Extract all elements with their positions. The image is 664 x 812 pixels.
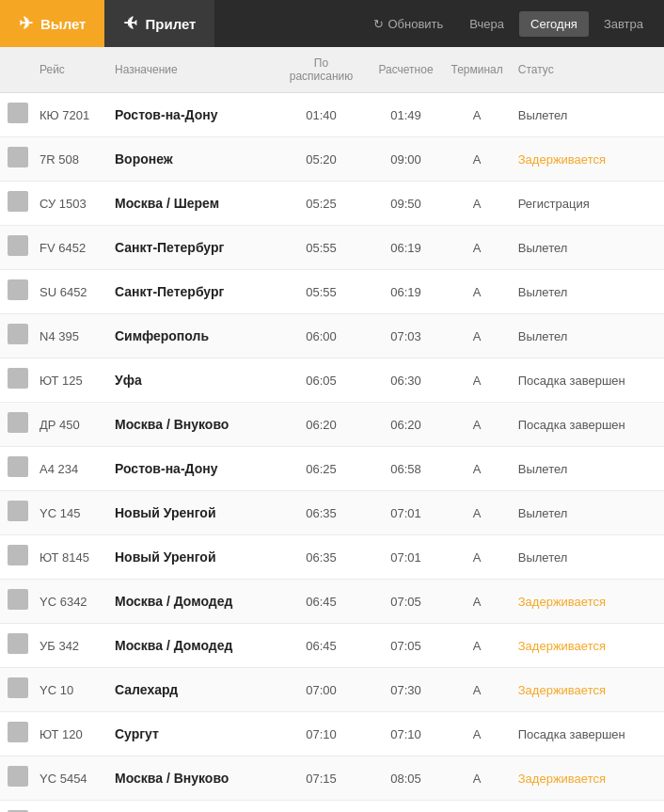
flight-scheduled: 07:10: [275, 712, 369, 756]
tab-departure-label: Вылет: [40, 16, 86, 32]
flight-terminal: A: [444, 182, 511, 226]
table-row[interactable]: КЮ 7201Ростов-на-Дону01:4001:49AВылетел: [0, 93, 664, 137]
flight-terminal: A: [444, 801, 511, 813]
flight-logo-cell: [0, 712, 32, 756]
flight-logo-cell: [0, 447, 32, 491]
flight-status: Вылетел: [511, 226, 664, 270]
flight-estimated: 06:58: [369, 447, 444, 491]
col-dest-header: Назначение: [107, 47, 275, 93]
flight-estimated: 07:05: [369, 624, 444, 668]
table-row[interactable]: YC 10Салехард07:0007:30AЗадерживается: [0, 668, 664, 712]
flight-terminal: A: [444, 624, 511, 668]
flight-scheduled: 06:25: [275, 447, 369, 491]
flight-terminal: A: [444, 137, 511, 182]
flight-number: ЮТ 120: [32, 712, 107, 756]
table-row[interactable]: СУ 1503Москва / Шерем05:2509:50AРегистра…: [0, 182, 664, 226]
flight-number: 7R 508: [32, 137, 107, 182]
flight-status: Задерживается: [511, 756, 664, 801]
flight-destination: Новый Уренгой: [107, 491, 275, 535]
flight-status: Задерживается: [511, 624, 664, 668]
table-row[interactable]: FV 6452Санкт-Петербург05:5506:19AВылетел: [0, 226, 664, 270]
flight-scheduled: 07:15: [275, 801, 369, 813]
airline-logo: [8, 766, 28, 787]
flight-destination: Воронеж: [107, 137, 275, 182]
flight-terminal: A: [444, 535, 511, 580]
flight-terminal: A: [444, 314, 511, 358]
flight-destination: Ростов-на-Дону: [107, 93, 275, 137]
table-header: Рейс Назначение По расписанию Расчетное …: [0, 47, 664, 93]
flight-logo-cell: [0, 226, 32, 270]
table-row[interactable]: SU 6452Санкт-Петербург05:5506:19AВылетел: [0, 270, 664, 314]
flight-number: YC 5454: [32, 756, 107, 801]
flights-tbody: КЮ 7201Ростов-на-Дону01:4001:49AВылетел7…: [0, 93, 664, 813]
flight-status: Вылетел: [511, 314, 664, 358]
table-row[interactable]: YC 5454Москва / Внуково07:1508:05AЗадерж…: [0, 756, 664, 801]
flight-terminal: A: [444, 226, 511, 270]
controls: ↻ Обновить Вчера Сегодня Завтра: [362, 11, 664, 37]
flight-scheduled: 05:55: [275, 270, 369, 314]
flight-terminal: A: [444, 491, 511, 535]
flight-number: ДР 450: [32, 403, 107, 447]
flight-status: Вылетел: [511, 270, 664, 314]
tab-departure[interactable]: ✈ Вылет: [0, 0, 104, 47]
table-row[interactable]: ДР 450Москва / Внуково06:2006:20AПосадка…: [0, 403, 664, 447]
airline-logo: [8, 633, 28, 654]
table-row[interactable]: ЮТ 454Москва / Внуково07:1508:05AЗадержи…: [0, 801, 664, 813]
airline-logo: [8, 412, 28, 433]
table-row[interactable]: ЮТ 8145Новый Уренгой06:3507:01AВылетел: [0, 535, 664, 580]
flight-number: YC 145: [32, 491, 107, 535]
refresh-label: Обновить: [387, 17, 443, 31]
airline-logo: [8, 103, 28, 123]
flight-number: ЮТ 454: [32, 801, 107, 813]
airline-logo: [8, 235, 28, 256]
flight-status: Задерживается: [511, 668, 664, 712]
refresh-button[interactable]: ↻ Обновить: [362, 11, 454, 37]
table-row[interactable]: 7R 508Воронеж05:2009:00AЗадерживается: [0, 137, 664, 182]
flight-scheduled: 07:00: [275, 668, 369, 712]
col-sched-header: По расписанию: [275, 47, 369, 93]
flight-destination: Москва / Внуково: [107, 801, 275, 813]
tab-arrival[interactable]: ✈ Прилет: [104, 0, 214, 47]
flight-logo-cell: [0, 314, 32, 358]
table-row[interactable]: YC 145Новый Уренгой06:3507:01AВылетел: [0, 491, 664, 535]
tomorrow-button[interactable]: Завтра: [593, 11, 655, 37]
flight-estimated: 06:20: [369, 403, 444, 447]
table-row[interactable]: УБ 342Москва / Домодед06:4507:05AЗадержи…: [0, 624, 664, 668]
flight-number: N4 395: [32, 314, 107, 358]
flight-number: SU 6452: [32, 270, 107, 314]
flight-destination: Санкт-Петербург: [107, 226, 275, 270]
flight-scheduled: 07:15: [275, 756, 369, 801]
table-row[interactable]: ЮТ 125Уфа06:0506:30AПосадка завершен: [0, 358, 664, 403]
airline-logo: [8, 722, 28, 742]
flight-logo-cell: [0, 270, 32, 314]
flight-logo-cell: [0, 535, 32, 580]
flight-estimated: 07:03: [369, 314, 444, 358]
flight-status: Задерживается: [511, 801, 664, 813]
table-row[interactable]: YC 6342Москва / Домодед06:4507:05AЗадерж…: [0, 580, 664, 624]
flight-number: А4 234: [32, 447, 107, 491]
refresh-icon: ↻: [373, 17, 384, 31]
flight-terminal: A: [444, 358, 511, 403]
flight-logo-cell: [0, 491, 32, 535]
yesterday-button[interactable]: Вчера: [458, 11, 515, 37]
airline-logo: [8, 677, 28, 698]
col-term-header: Терминал: [444, 47, 511, 93]
flight-logo-cell: [0, 358, 32, 403]
flight-estimated: 06:19: [369, 226, 444, 270]
flight-status: Вылетел: [511, 93, 664, 137]
flight-logo-cell: [0, 624, 32, 668]
flights-table: Рейс Назначение По расписанию Расчетное …: [0, 47, 664, 812]
flight-status: Вылетел: [511, 491, 664, 535]
flight-logo-cell: [0, 137, 32, 182]
flight-estimated: 06:30: [369, 358, 444, 403]
flight-scheduled: 06:05: [275, 358, 369, 403]
table-row[interactable]: А4 234Ростов-на-Дону06:2506:58AВылетел: [0, 447, 664, 491]
table-row[interactable]: N4 395Симферополь06:0007:03AВылетел: [0, 314, 664, 358]
flight-logo-cell: [0, 580, 32, 624]
top-bar: ✈ Вылет ✈ Прилет ↻ Обновить Вчера Сегодн…: [0, 0, 664, 47]
today-button[interactable]: Сегодня: [519, 11, 589, 37]
col-flight-header: Рейс: [32, 47, 107, 93]
flight-number: КЮ 7201: [32, 93, 107, 137]
table-row[interactable]: ЮТ 120Сургут07:1007:10AПосадка завершен: [0, 712, 664, 756]
flight-number: СУ 1503: [32, 182, 107, 226]
